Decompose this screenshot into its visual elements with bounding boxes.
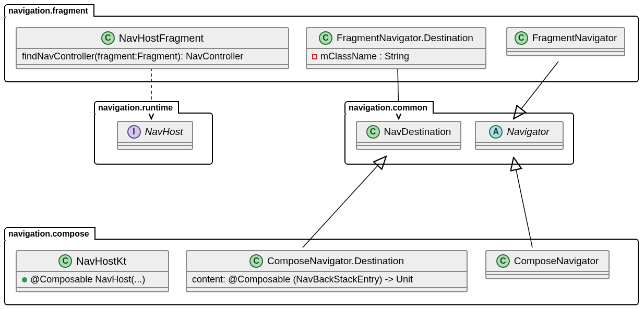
package-common-label: navigation.common bbox=[344, 101, 434, 114]
package-common: navigation.common C NavDestination A Nav… bbox=[344, 113, 574, 165]
class-name: ComposeNavigator.Destination bbox=[267, 255, 404, 267]
package-runtime-label: navigation.runtime bbox=[94, 101, 179, 114]
class-field: content: @Composable (NavBackStackEntry)… bbox=[187, 272, 467, 288]
package-fragment-label: navigation.fragment bbox=[4, 4, 94, 17]
class-name: NavHostKt bbox=[76, 255, 126, 267]
class-badge-icon: C bbox=[515, 31, 528, 45]
package-runtime: navigation.runtime I NavHost bbox=[94, 113, 213, 165]
package-compose: navigation.compose C NavHostKt @Composab… bbox=[4, 239, 639, 305]
class-name: NavHost bbox=[145, 126, 183, 138]
class-composenavigator-destination: C ComposeNavigator.Destination content: … bbox=[186, 250, 468, 292]
class-badge-icon: C bbox=[249, 254, 263, 268]
class-name: ComposeNavigator bbox=[514, 255, 599, 267]
class-field: mClassName : String bbox=[307, 49, 485, 65]
class-fragmentnavigator-destination: C FragmentNavigator.Destination mClassNa… bbox=[306, 27, 486, 69]
package-compose-label: navigation.compose bbox=[4, 227, 96, 240]
svg-line-4 bbox=[514, 157, 532, 248]
class-badge-icon: C bbox=[366, 125, 380, 139]
class-navhostkt: C NavHostKt @Composable NavHost(...) bbox=[16, 250, 169, 292]
class-name: NavDestination bbox=[384, 126, 451, 138]
class-fragmentnavigator: C FragmentNavigator bbox=[506, 27, 625, 56]
method-text: @Composable NavHost(...) bbox=[30, 274, 145, 285]
class-badge-icon: C bbox=[58, 254, 72, 268]
class-navigator: A Navigator bbox=[475, 121, 564, 150]
class-composenavigator: C ComposeNavigator bbox=[485, 250, 610, 279]
package-fragment: navigation.fragment C NavHostFragment fi… bbox=[4, 16, 639, 82]
class-badge-icon: C bbox=[496, 254, 510, 268]
class-badge-icon: C bbox=[101, 31, 115, 45]
class-navhostfragment: C NavHostFragment findNavController(frag… bbox=[16, 27, 289, 69]
class-method: @Composable NavHost(...) bbox=[17, 272, 168, 288]
class-badge-icon: C bbox=[319, 31, 332, 45]
class-name: NavHostFragment bbox=[119, 32, 204, 44]
class-navdestination: C NavDestination bbox=[356, 121, 461, 150]
field-text: mClassName : String bbox=[320, 51, 409, 62]
class-name: Navigator bbox=[507, 126, 549, 138]
class-name: FragmentNavigator bbox=[532, 32, 617, 44]
visibility-public-icon bbox=[22, 277, 27, 282]
class-method: findNavController(fragment:Fragment): Na… bbox=[17, 49, 288, 65]
svg-line-3 bbox=[303, 156, 386, 248]
visibility-protected-icon bbox=[312, 54, 317, 59]
class-name: FragmentNavigator.Destination bbox=[337, 32, 473, 44]
abstract-badge-icon: A bbox=[489, 125, 503, 139]
class-navhost: I NavHost bbox=[117, 121, 193, 150]
interface-badge-icon: I bbox=[127, 125, 141, 139]
